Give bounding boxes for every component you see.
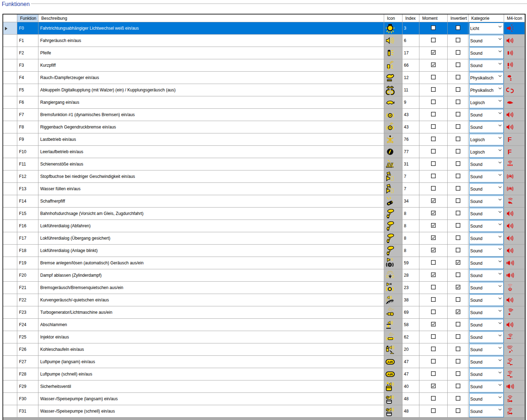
svg-text:F: F [508, 136, 512, 143]
svg-text:AIR: AIR [387, 360, 393, 364]
svg-text:AIR: AIR [387, 372, 393, 376]
svg-text:F: F [508, 148, 512, 156]
